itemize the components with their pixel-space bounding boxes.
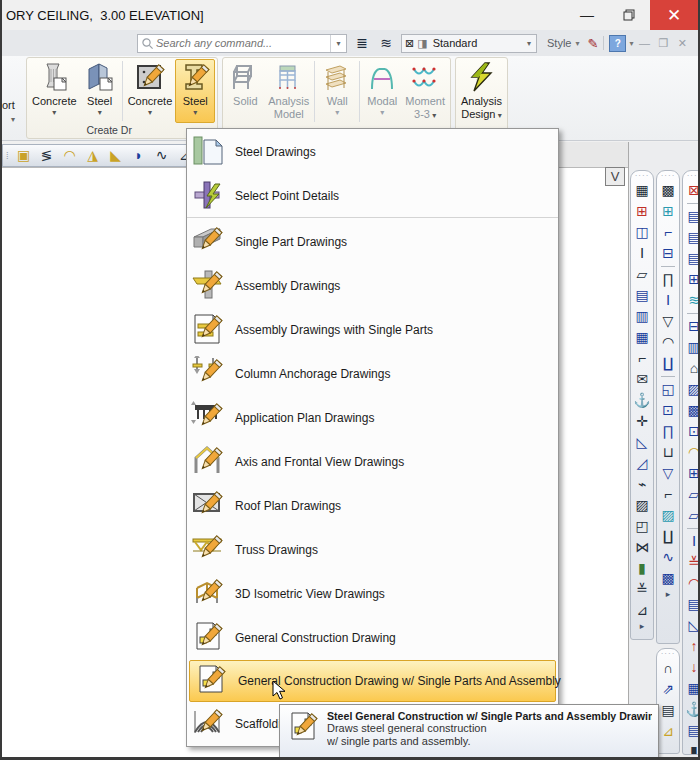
toolbar-icon[interactable]: ▨ [633, 495, 651, 516]
minimize-button[interactable]: — [566, 0, 608, 30]
toolbar-icon[interactable]: ∐ [659, 526, 677, 547]
toolbar-icon[interactable]: ▱ [685, 484, 700, 505]
toolbar-gripper[interactable]: ···· [661, 650, 676, 658]
toolbar-icon[interactable]: ⊞ [685, 463, 700, 484]
toolbar-icon[interactable]: ↓ [685, 657, 700, 678]
toolbar-icon[interactable]: ▩ [659, 180, 677, 201]
ribbon-button[interactable]: ▾ [359, 61, 360, 122]
toolbar-icon[interactable]: ▤ [685, 720, 700, 741]
toolbar-icon[interactable]: ∏ [659, 269, 677, 290]
toolbar-icon[interactable]: ⇗ [659, 679, 677, 700]
toolbar-icon[interactable]: ▤ [685, 248, 700, 269]
toolbar-icon[interactable]: ◱ [659, 379, 677, 400]
toolbar-icon[interactable]: ◗ [130, 145, 148, 166]
close-button[interactable]: ✕ [650, 0, 698, 30]
toolbar-gripper[interactable]: ···· [635, 172, 650, 180]
search-input[interactable] [154, 37, 330, 49]
toolbar-icon[interactable]: ◫ [633, 222, 651, 243]
toolbar-icon[interactable]: ▱ [633, 264, 651, 285]
doc-minimize-button[interactable]: — [636, 37, 652, 49]
toolbar-expand-icon[interactable]: ▸ [640, 621, 645, 632]
menu-item[interactable]: Column Anchorage Drawings [187, 352, 558, 396]
toolbar-icon[interactable]: ∩ [659, 658, 677, 679]
toolbar-icon[interactable]: ▤ [685, 206, 700, 227]
toolbar-icon[interactable]: ◠ [659, 332, 677, 353]
toolbar-gripper[interactable]: ···· [661, 172, 676, 180]
toolbar-icon[interactable]: ▤ [685, 227, 700, 248]
toolbar-icon[interactable]: ▦ [685, 678, 700, 699]
toolbar-icon[interactable]: ◰ [633, 516, 651, 537]
ribbon-button[interactable]: AnalysisDesign [458, 59, 505, 124]
menu-item[interactable]: Single Part Drawings [187, 220, 558, 264]
toolbar-icon[interactable]: ⌐ [659, 484, 677, 505]
standard-combo[interactable]: ⊠ ◨ Standard ▾ [401, 34, 537, 53]
ribbon-button[interactable]: Steel▾ [80, 59, 120, 123]
toolbar-icon[interactable]: ▥ [633, 306, 651, 327]
toolbar-icon[interactable]: ⊟ [659, 243, 677, 264]
toolbar-icon[interactable]: ◿ [633, 453, 651, 474]
toolbar-icon[interactable]: ⊟ [685, 316, 700, 337]
toolbar-icon[interactable]: ⊿ [659, 721, 677, 742]
toolbar-icon[interactable]: ◣ [107, 145, 125, 166]
toolbar-icon[interactable]: Ⅰ [659, 290, 677, 311]
ribbon-button[interactable]: Concrete▾ [29, 59, 80, 123]
toolbar-icon[interactable]: ▨ [659, 505, 677, 526]
toolbar-icon[interactable]: ▽ [659, 311, 677, 332]
toolbar-gripper[interactable]: ···· [687, 172, 700, 180]
style-dropdown[interactable]: Style ▾ [547, 37, 579, 49]
toolbar-icon[interactable]: ◠ [685, 442, 700, 463]
help-caret-icon[interactable]: ▾ [629, 39, 633, 48]
toolbar-icon[interactable]: ▽ [659, 463, 677, 484]
layer-list-icon[interactable]: ≣ [353, 35, 371, 51]
toolbar-icon[interactable]: ▦ [633, 327, 651, 348]
toolbar-icon[interactable]: ∐ [659, 353, 677, 374]
toolbar-icon[interactable]: ∿ [659, 547, 677, 568]
toolbar-expand-icon[interactable]: ▸ [666, 589, 671, 600]
toolbar-icon[interactable]: ⋈ [633, 537, 651, 558]
toolbar-icon[interactable]: ⌁ [633, 474, 651, 495]
toolbar-icon[interactable]: ▱ [685, 505, 700, 526]
toolbar-icon[interactable]: ⊡ [659, 400, 677, 421]
layer-stack-icon[interactable]: ≋ [377, 35, 395, 51]
toolbar-icon[interactable]: ⌐ [633, 348, 651, 369]
toolbar-icon[interactable]: ≚ [685, 552, 700, 573]
toolbar-icon[interactable]: ◠ [61, 145, 79, 166]
ribbon-button[interactable]: Modal▾ [362, 59, 402, 124]
toolbar-icon[interactable]: ▮ [685, 741, 700, 755]
menu-item[interactable]: General Construction Drawing w/ Single P… [189, 660, 556, 702]
menu-item[interactable]: General Construction Drawing [187, 616, 558, 660]
toolbar-icon[interactable]: Ⅰ [685, 531, 700, 552]
toolbar-icon[interactable]: ▦ [633, 180, 651, 201]
menu-item[interactable]: Truss Drawings [187, 528, 558, 572]
toolbar-icon[interactable]: ⊠ [685, 180, 700, 201]
doc-restore-button[interactable]: ❒ [655, 37, 671, 50]
toolbar-icon[interactable]: ⌂ [685, 358, 700, 379]
toolbar-icon[interactable]: ⌐ [659, 222, 677, 243]
search-dropdown-caret[interactable]: ▾ [330, 35, 346, 52]
toolbar-icon[interactable]: ◺ [685, 615, 700, 636]
toolbar-icon[interactable]: ∿ [153, 145, 171, 166]
toolbar-icon[interactable]: ⊔ [659, 442, 677, 463]
toolbar-icon[interactable]: ▤ [633, 285, 651, 306]
menu-item[interactable]: 3D Isometric View Drawings [187, 572, 558, 616]
toolbar-icon[interactable]: ▩ [659, 568, 677, 589]
toolbar-icon[interactable]: ▥ [685, 337, 700, 358]
toolbar-icon[interactable]: ⊡ [685, 421, 700, 442]
toolbar-gripper[interactable]: ⁞ [6, 151, 10, 161]
toolbar-icon[interactable]: ▤ [685, 594, 700, 615]
view-confirm-button[interactable]: V [605, 167, 625, 186]
toolbar-icon[interactable]: ◠ [685, 573, 700, 594]
menu-item[interactable]: Assembly Drawings with Single Parts [187, 308, 558, 352]
ribbon-button[interactable]: Steel▾ [175, 59, 215, 123]
restore-button[interactable] [608, 0, 650, 30]
toolbar-icon[interactable]: Ⅰ [633, 243, 651, 264]
format-brush-icon[interactable]: ✎ [587, 36, 598, 51]
toolbar-icon[interactable]: ▣ [15, 145, 33, 166]
doc-close-button[interactable]: ✕ [674, 37, 690, 50]
toolbar-icon[interactable]: ⚓ [633, 390, 651, 411]
ribbon-button[interactable]: ▾ [122, 61, 123, 121]
toolbar-icon[interactable]: ▨ [685, 379, 700, 400]
ribbon-button[interactable]: Concrete▾ [125, 59, 176, 123]
ribbon-button[interactable]: Wall▾ [317, 59, 357, 124]
help-button[interactable]: ? [609, 35, 626, 52]
